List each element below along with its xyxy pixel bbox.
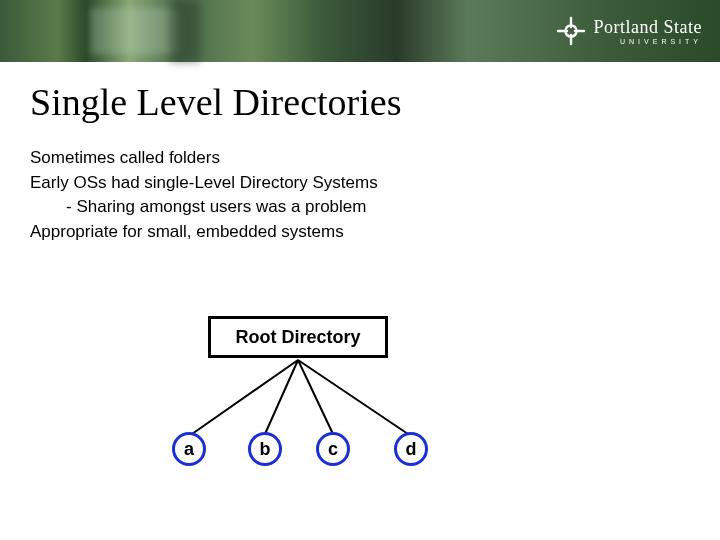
body-line-2: Early OSs had single-Level Directory Sys… xyxy=(30,171,720,196)
directory-diagram: Root Directory a b c d xyxy=(120,310,540,510)
university-logo: Portland State UNIVERSITY xyxy=(556,16,703,46)
body-line-4: Appropriate for small, embedded systems xyxy=(30,220,720,245)
body-line-1: Sometimes called folders xyxy=(30,146,720,171)
brand-name: Portland State xyxy=(594,18,703,36)
logo-mark-icon xyxy=(556,16,586,46)
slide-body: Sometimes called folders Early OSs had s… xyxy=(30,146,720,245)
slide-title: Single Level Directories xyxy=(30,80,720,124)
root-directory-box: Root Directory xyxy=(208,316,388,358)
header-banner: Portland State UNIVERSITY xyxy=(0,0,720,62)
logo-text: Portland State UNIVERSITY xyxy=(594,18,703,45)
node-b: b xyxy=(248,432,282,466)
node-a: a xyxy=(172,432,206,466)
node-c: c xyxy=(316,432,350,466)
brand-subname: UNIVERSITY xyxy=(594,38,703,45)
body-line-3: - Sharing amongst users was a problem xyxy=(30,195,720,220)
node-d: d xyxy=(394,432,428,466)
